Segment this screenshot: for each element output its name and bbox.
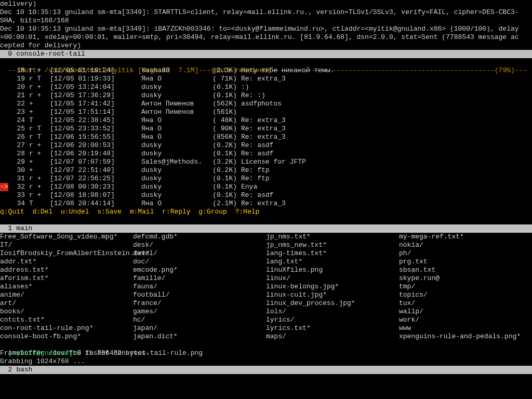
- log-line: =00:00:01, xdelay=00:00:01, mailer=smtp,…: [0, 33, 532, 42]
- mutt-message-list[interactable]: 18r +[12/05 01:19:24]sasha88(2.3K)Нету т…: [0, 66, 532, 208]
- file-entry: france/: [133, 299, 266, 308]
- log-line: cepted for delivery): [0, 42, 532, 50]
- mutt-message-row[interactable]: 25r T[12/05 23:33:52]Яна О( 90K)Re: extr…: [0, 125, 532, 133]
- file-entry: my-mega-ref.txt*: [399, 233, 532, 241]
- screen-pane-1-title: 1 main: [0, 224, 532, 233]
- file-entry: tmp/: [399, 283, 532, 291]
- mutt-message-row[interactable]: 31r +[12/07 22:56:25]dusky(0.1K)Re: ftp: [0, 175, 532, 183]
- file-entry: linuXfiles.png: [266, 266, 399, 274]
- file-entry: hc/: [133, 316, 266, 324]
- file-entry: nokia/: [399, 241, 532, 249]
- file-entry: fauna/: [133, 283, 266, 291]
- file-entry: topics/: [399, 291, 532, 299]
- file-entry: aliases*: [0, 283, 133, 291]
- mutt-status-line: ---Mutt: /var/spool/mail/myltik [Msgs:43…: [0, 58, 532, 66]
- file-entry: anime/: [0, 291, 133, 299]
- file-entry: skype.run@: [399, 274, 532, 283]
- selection-arrow-icon: ->: [0, 183, 8, 191]
- file-entry: cntcts.txt*: [0, 316, 133, 324]
- mutt-message-row[interactable]: 20r +[12/05 13:24:04]dusky(0.1K):): [0, 83, 532, 91]
- mutt-message-row[interactable]: 24 T[12/05 22:38:45]Яна О( 48K)Re: extra…: [0, 116, 532, 125]
- mutt-message-row[interactable]: 26r T[12/06 15:56:55]Яна О(856K)Re: extr…: [0, 133, 532, 141]
- output-line: Framebuffer /dev/fb0 is 786432 bytes.: [0, 349, 532, 357]
- mutt-message-row[interactable]: 29 +[12/07 07:07:59]Sales@jMethods.(3.2K…: [0, 158, 532, 166]
- file-entry: aforism.txt*: [0, 274, 133, 283]
- mutt-message-row[interactable]: 21r +[12/05 17:36:29]dusky(0.1K)Re: :): [0, 91, 532, 100]
- file-entry: books/: [0, 308, 133, 316]
- fbshot-output: Framebuffer /dev/fb0 is 786432 bytes.Gra…: [0, 349, 532, 366]
- file-column: defcmd.gdb*desk/devel/doc/emcode.png*fam…: [133, 233, 266, 341]
- file-entry: IosifBrodskiy_FromAlbertEinstein.txt*: [0, 249, 133, 258]
- file-entry: ph/: [399, 249, 532, 258]
- shell-prompt-line[interactable]: [myltik@gnuland]:$ fbshot con-root-tail-…: [0, 341, 532, 349]
- mutt-message-row[interactable]: 19r T[12/05 01:19:33]Яна О( 71K)Re: extr…: [0, 75, 532, 83]
- file-entry: linux-cult.jpg*: [266, 291, 399, 299]
- mutt-help-bar: q:Quit d:Del u:Undel s:Save m:Mail r:Rep…: [0, 208, 532, 216]
- mutt-message-row[interactable]: 32r +[12/08 00:30:23]dusky(0.1K)Enya: [0, 183, 532, 191]
- file-entry: linux-belongs.jpg*: [266, 283, 399, 291]
- file-entry: devel/: [133, 249, 266, 258]
- file-entry: lang.txt*: [266, 258, 399, 266]
- file-entry: football/: [133, 291, 266, 299]
- log-line: Dec 10 10:35:13 gnuland sm-mta[3349]: ST…: [0, 8, 532, 17]
- file-entry: linux/: [266, 274, 399, 283]
- file-entry: IT/: [0, 241, 133, 249]
- file-entry: japan/: [133, 324, 266, 332]
- output-line: Grabbing 532x399 ...: [0, 357, 532, 366]
- file-entry: japan.dict*: [133, 332, 266, 341]
- file-entry: address.txt*: [0, 266, 133, 274]
- mutt-message-row[interactable]: 34 T[12/08 20:44:14]Яна О(2.1M)Re: extra…: [0, 200, 532, 208]
- file-column: jp_nms.txt*jp_nms_new.txt*lang-times.txt…: [266, 233, 399, 341]
- file-entry: sbsan.txt: [399, 266, 532, 274]
- file-entry: famille/: [133, 274, 266, 283]
- file-entry: desk/: [133, 241, 266, 249]
- file-entry: wallp/: [399, 308, 532, 316]
- file-entry: prg.txt: [399, 258, 532, 266]
- file-entry: emcode.png*: [133, 266, 266, 274]
- mutt-message-row[interactable]: 33r +[12/08 18:08:07]dusky(0.1K)Re: asdf: [0, 191, 532, 200]
- file-column: my-mega-ref.txt*nokia/ph/prg.txtsbsan.tx…: [399, 233, 532, 341]
- screen-hardstatus: [ 0 console-root-tail 1 main 2* bash (0.…: [0, 391, 532, 399]
- mutt-message-row[interactable]: 23 +[12/05 17:51:14]Антон Пименов(561K): [0, 108, 532, 116]
- mutt-message-row[interactable]: 22 +[12/05 17:41:42]Антон Пименов(562K)a…: [0, 100, 532, 108]
- file-entry: maps/: [266, 332, 399, 341]
- blank-line: [0, 216, 532, 224]
- file-column: Free_Software_Song_video.mpg*IT/IosifBro…: [0, 233, 133, 341]
- file-entry: doc/: [133, 258, 266, 266]
- mutt-message-row[interactable]: 30 +[12/07 22:51:40]dusky(0.2K)Re: ftp: [0, 166, 532, 175]
- file-entry: console-boot-fb.png*: [0, 332, 133, 341]
- file-entry: xpenguins-rule-and-pedals.png*: [399, 332, 532, 341]
- mutt-message-row[interactable]: 27r +[12/06 20:00:53]dusky(0.2K)Re: asdf: [0, 141, 532, 150]
- file-entry: tux/: [399, 299, 532, 308]
- screen-pane-0-title: 0 console-root-tail: [0, 50, 532, 58]
- file-entry: www: [399, 324, 532, 332]
- file-entry: addr.txt*: [0, 258, 133, 266]
- file-entry: con-root-tail-rule.png*: [0, 324, 133, 332]
- log-line: Dec 10 10:35:13 gnuland sm-mta[3349]: iB…: [0, 25, 532, 33]
- log-line: delivery): [0, 0, 532, 8]
- mutt-message-row[interactable]: 18r +[12/05 01:19:24]sasha88(2.3K)Нету т…: [0, 66, 532, 75]
- screen-pane-2-title: 2 bash: [0, 366, 532, 374]
- log-line: SHA, bits=168/168: [0, 17, 532, 25]
- file-entry: defcmd.gdb*: [133, 233, 266, 241]
- ls-output: Free_Software_Song_video.mpg*IT/IosifBro…: [0, 233, 532, 341]
- file-entry: linux_dev_process.jpg*: [266, 299, 399, 308]
- file-entry: art/: [0, 299, 133, 308]
- syslog-output: delivery)Dec 10 10:35:13 gnuland sm-mta[…: [0, 0, 532, 50]
- mutt-message-row[interactable]: 28r +[12/06 20:19:48]dusky(0.1K)Re: asdf: [0, 150, 532, 158]
- file-entry: Free_Software_Song_video.mpg*: [0, 233, 133, 241]
- file-entry: jp_nms_new.txt*: [266, 241, 399, 249]
- file-entry: lyrics/: [266, 316, 399, 324]
- file-entry: work/: [399, 316, 532, 324]
- file-entry: lols/: [266, 308, 399, 316]
- file-entry: games/: [133, 308, 266, 316]
- file-entry: jp_nms.txt*: [266, 233, 399, 241]
- file-entry: lyrics.txt*: [266, 324, 399, 332]
- file-entry: lang-times.txt*: [266, 249, 399, 258]
